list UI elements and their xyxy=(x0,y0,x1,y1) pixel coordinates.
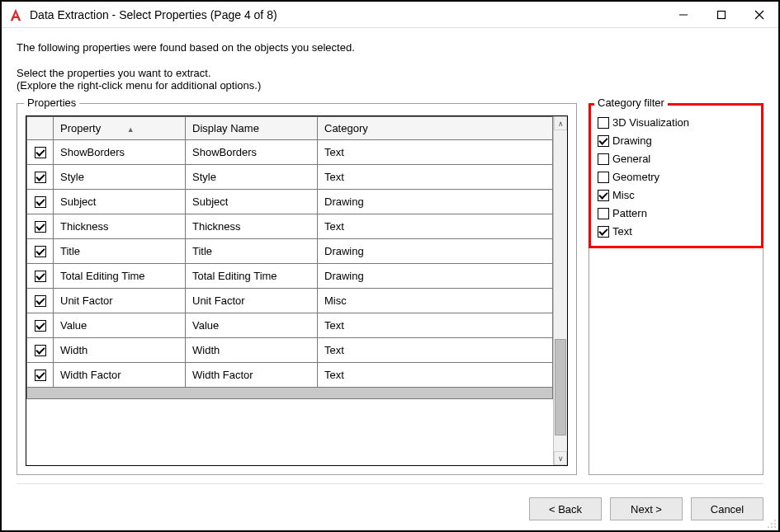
cancel-button[interactable]: Cancel xyxy=(691,497,763,520)
category-filter-checkbox[interactable] xyxy=(598,208,609,219)
category-filter-item[interactable]: Drawing xyxy=(598,132,754,150)
category-filter-label: Category filter xyxy=(594,97,668,109)
scroll-track[interactable] xyxy=(554,130,567,451)
table-row[interactable]: Width FactorWidth FactorText xyxy=(27,363,553,388)
properties-table: Property ▲ Display Name Category xyxy=(26,116,553,388)
cell-property: Value xyxy=(54,313,186,338)
table-row[interactable]: ShowBordersShowBordersText xyxy=(27,140,553,165)
category-filter-item[interactable]: Pattern xyxy=(598,205,754,223)
category-filter-checkbox[interactable] xyxy=(598,153,609,165)
table-row[interactable]: StyleStyleText xyxy=(27,165,553,190)
row-checkbox[interactable] xyxy=(35,370,46,381)
cell-property: Subject xyxy=(54,190,186,214)
properties-group-label: Properties xyxy=(24,97,79,109)
category-filter-group: Category filter 3D VisualizationDrawingG… xyxy=(589,103,763,248)
category-filter-checkbox[interactable] xyxy=(598,135,609,147)
table-row[interactable]: Unit FactorUnit FactorMisc xyxy=(27,289,553,313)
table-row[interactable]: ThicknessThicknessText xyxy=(27,214,553,239)
category-filter-item-label: Misc xyxy=(612,186,635,205)
next-button[interactable]: Next > xyxy=(610,497,683,520)
row-checkbox-cell xyxy=(27,165,54,190)
category-filter-empty-area xyxy=(589,248,763,475)
maximize-button[interactable] xyxy=(702,2,740,27)
cell-display-name: Thickness xyxy=(186,214,318,239)
svg-point-5 xyxy=(771,523,773,525)
row-checkbox[interactable] xyxy=(35,196,46,208)
cell-display-name: Style xyxy=(186,165,318,190)
table-row[interactable]: SubjectSubjectDrawing xyxy=(27,190,553,214)
intro-text-3: (Explore the right-click menu for additi… xyxy=(17,79,763,92)
cell-category: Drawing xyxy=(318,239,553,264)
cell-display-name: Value xyxy=(186,313,318,338)
cell-property: Total Editing Time xyxy=(54,264,186,289)
scroll-down-arrow[interactable]: ∨ xyxy=(554,451,567,465)
app-icon xyxy=(8,7,23,22)
category-filter-item[interactable]: Geometry xyxy=(598,168,754,186)
svg-rect-1 xyxy=(718,11,726,18)
cell-category: Drawing xyxy=(318,264,553,289)
table-row[interactable]: Total Editing TimeTotal Editing TimeDraw… xyxy=(27,264,553,289)
category-filter-checkbox[interactable] xyxy=(598,172,609,183)
category-filter-item[interactable]: Misc xyxy=(598,186,754,205)
row-checkbox-cell xyxy=(27,140,54,165)
cell-display-name: Title xyxy=(186,239,318,264)
scroll-thumb[interactable] xyxy=(555,339,566,435)
row-checkbox-cell xyxy=(27,289,54,313)
window-controls xyxy=(664,2,778,27)
row-checkbox[interactable] xyxy=(35,271,46,282)
cell-property: Width Factor xyxy=(54,363,186,388)
category-filter-item-label: Text xyxy=(612,223,632,241)
cell-display-name: Total Editing Time xyxy=(186,264,318,289)
cell-category: Text xyxy=(318,313,553,338)
row-checkbox-cell xyxy=(27,190,54,214)
category-filter-checkbox[interactable] xyxy=(598,190,609,201)
titlebar: Data Extraction - Select Properties (Pag… xyxy=(2,2,778,28)
row-checkbox[interactable] xyxy=(35,345,46,356)
cell-display-name: ShowBorders xyxy=(186,140,318,165)
table-row[interactable]: ValueValueText xyxy=(27,313,553,338)
cell-display-name: Width Factor xyxy=(186,363,318,388)
properties-table-scroll: Property ▲ Display Name Category xyxy=(26,116,553,465)
column-header-property-label: Property xyxy=(60,122,101,134)
cell-category: Text xyxy=(318,140,553,165)
column-header-category[interactable]: Category xyxy=(318,117,553,140)
row-checkbox[interactable] xyxy=(35,172,46,183)
category-filter-item-label: 3D Visualization xyxy=(612,114,689,132)
table-footer-bar xyxy=(26,388,553,399)
category-filter-item[interactable]: General xyxy=(598,150,754,168)
button-row: < Back Next > Cancel xyxy=(17,483,763,520)
column-header-checkbox[interactable] xyxy=(27,117,54,140)
category-filter-item[interactable]: Text xyxy=(598,223,754,241)
row-checkbox[interactable] xyxy=(35,147,46,158)
intro-text-2: Select the properties you want to extrac… xyxy=(17,67,763,79)
column-header-display-name[interactable]: Display Name xyxy=(186,117,318,140)
row-checkbox[interactable] xyxy=(35,295,46,307)
row-checkbox[interactable] xyxy=(35,246,46,257)
table-row[interactable]: WidthWidthText xyxy=(27,338,553,363)
cell-property: Thickness xyxy=(54,214,186,239)
svg-point-6 xyxy=(774,523,776,525)
minimize-button[interactable] xyxy=(664,2,702,27)
properties-table-wrapper: Property ▲ Display Name Category xyxy=(26,115,568,466)
row-checkbox[interactable] xyxy=(35,320,46,332)
category-filter-checkbox[interactable] xyxy=(598,226,609,238)
svg-point-4 xyxy=(774,520,776,521)
close-button[interactable] xyxy=(740,2,778,27)
category-filter-checkbox[interactable] xyxy=(598,117,609,129)
vertical-scrollbar[interactable]: ∧ ∨ xyxy=(553,116,567,465)
category-filter-item[interactable]: 3D Visualization xyxy=(598,114,754,132)
row-checkbox[interactable] xyxy=(35,221,46,233)
cell-property: Width xyxy=(54,338,186,363)
resize-grip-icon[interactable] xyxy=(765,517,777,529)
back-button[interactable]: < Back xyxy=(529,497,602,520)
dialog-content: The following properties were found base… xyxy=(2,28,778,530)
cell-category: Text xyxy=(318,165,553,190)
row-checkbox-cell xyxy=(27,264,54,289)
column-header-property[interactable]: Property ▲ xyxy=(54,117,186,140)
category-filter-item-label: Geometry xyxy=(612,168,659,186)
row-checkbox-cell xyxy=(27,239,54,264)
properties-group: Properties Property ▲ xyxy=(17,103,577,475)
table-row[interactable]: TitleTitleDrawing xyxy=(27,239,553,264)
scroll-up-arrow[interactable]: ∧ xyxy=(554,116,567,130)
category-filter-item-label: Pattern xyxy=(612,205,647,223)
